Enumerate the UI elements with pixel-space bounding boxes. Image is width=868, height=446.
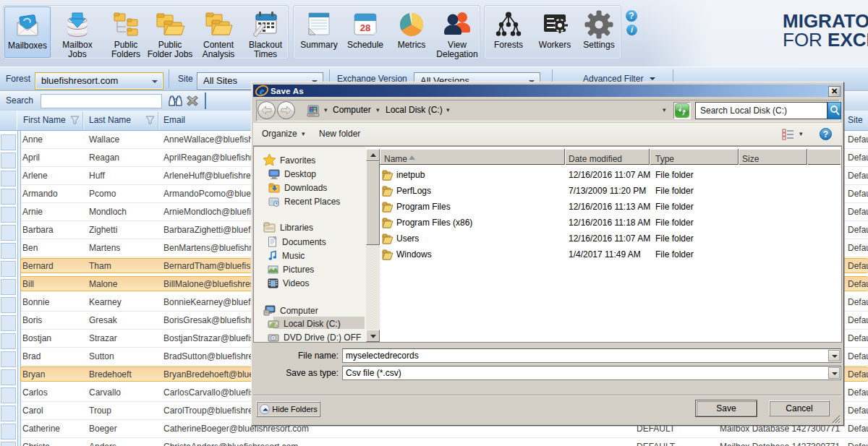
svg-text:e: e [260, 86, 264, 97]
svg-text:28: 28 [360, 22, 370, 33]
